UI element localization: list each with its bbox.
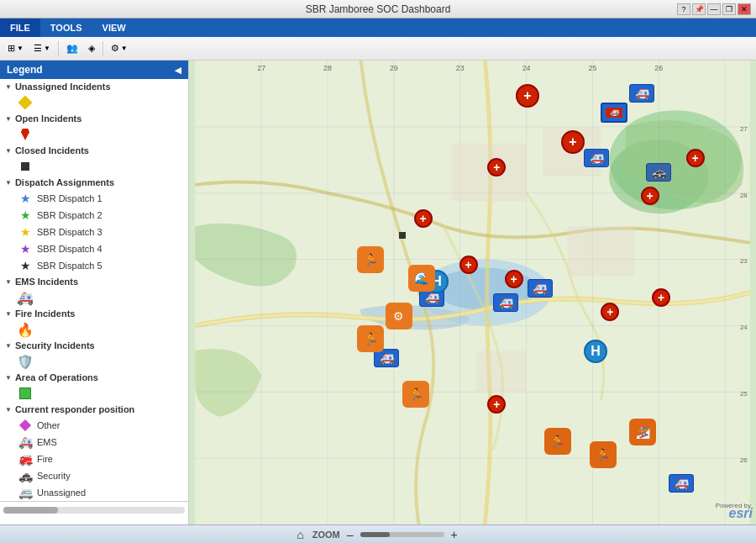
section-dispatch-header[interactable]: ▼ Dispatch Assignments <box>0 175 188 190</box>
security-vehicle-label: Security <box>37 471 71 481</box>
svg-text:27: 27 <box>257 64 265 72</box>
legend-unassigned-item <box>0 94 188 111</box>
ambulance-5[interactable]: 🚑 <box>493 293 520 320</box>
menu-tools[interactable]: TOOLS <box>40 18 92 37</box>
orange-activity-4[interactable]: 🏃 <box>357 325 384 352</box>
menu-view[interactable]: VIEW <box>92 18 136 37</box>
ambulance-1[interactable]: 🚑 <box>601 103 627 129</box>
zoom-label: ZOOM <box>312 530 340 540</box>
triangle-icon: ▼ <box>5 147 12 155</box>
legend-open-item <box>0 126 188 143</box>
security-vehicle-map[interactable]: 🚓 <box>646 163 673 190</box>
security-icon: 🛡️ <box>17 355 34 368</box>
orange-activity-6[interactable]: 🏃 <box>544 428 571 455</box>
sidebar-hscrollbar[interactable] <box>3 507 185 514</box>
zoom-plus-btn[interactable]: + <box>451 528 458 541</box>
pin-btn[interactable]: 📌 <box>692 3 706 15</box>
section-fire-label: Fire Incidents <box>15 308 76 319</box>
users-btn[interactable]: 👥 <box>62 40 82 58</box>
grid-icon: ⊞ <box>8 43 15 54</box>
section-unassigned-incidents: ▼ Unassigned Incidents <box>0 79 188 111</box>
toolbar: ⊞ ▼ ☰ ▼ 👥 ◈ ⚙ ▼ <box>0 37 756 61</box>
med-cross-2[interactable]: + <box>561 130 588 157</box>
app-title: SBR Jamboree SOC Dashboard <box>306 3 451 15</box>
med-cross-8[interactable]: + <box>686 149 713 176</box>
med-cross-9[interactable]: + <box>601 303 627 329</box>
hospital-2[interactable]: H <box>584 340 611 366</box>
help-btn[interactable]: ? <box>677 3 690 15</box>
section-responder-header[interactable]: ▼ Current responder position <box>0 402 188 417</box>
legend-dispatch-1: ★ SBR Dispatch 1 <box>0 190 188 207</box>
triangle-icon: ▼ <box>5 406 12 414</box>
section-ems-header[interactable]: ▼ EMS Incidents <box>0 274 188 289</box>
med-cross-5[interactable]: + <box>459 256 486 282</box>
dispatch-1-icon: ★ <box>17 192 34 205</box>
med-cross-1[interactable]: + <box>516 84 543 111</box>
ems-icon: 🚑 <box>17 291 34 304</box>
med-cross-6[interactable]: + <box>505 270 532 297</box>
orange-activity-3[interactable]: ⚙ <box>386 303 412 329</box>
legend-responder-other: Other <box>0 417 188 434</box>
menu-file[interactable]: FILE <box>0 18 40 37</box>
list-icon: ☰ <box>34 43 42 54</box>
triangle-icon: ▼ <box>5 115 12 123</box>
orange-activity-5[interactable]: 🏃 <box>402 381 429 408</box>
dispatch-2-icon: ★ <box>17 208 34 222</box>
section-aoo-header[interactable]: ▼ Area of Operations <box>0 370 188 385</box>
med-cross-11[interactable]: + <box>487 395 514 422</box>
list-view-btn[interactable]: ☰ ▼ <box>29 40 55 58</box>
window-controls: ? 📌 — ❐ ✕ <box>677 3 751 15</box>
legend-collapse-icon[interactable]: ◀ <box>175 66 181 75</box>
ambulance-2[interactable]: 🚑 <box>629 84 656 111</box>
settings-icon: ⚙ <box>111 43 119 54</box>
section-aoo: ▼ Area of Operations <box>0 370 188 402</box>
orange-activity-8[interactable]: 🏂 <box>629 419 656 445</box>
fire-vehicle-icon: 🚒 <box>17 452 34 466</box>
zoom-slider-thumb <box>360 532 390 537</box>
med-cross-4[interactable]: + <box>414 209 441 236</box>
triangle-icon: ▼ <box>5 374 12 382</box>
dispatch-3-icon: ★ <box>17 225 34 239</box>
section-open-header[interactable]: ▼ Open Incidents <box>0 111 188 126</box>
zoom-minus-btn[interactable]: – <box>347 528 354 541</box>
section-unassigned-header[interactable]: ▼ Unassigned Incidents <box>0 79 188 94</box>
ambulance-8[interactable]: 🚑 <box>669 474 696 501</box>
grid-view-btn[interactable]: ⊞ ▼ <box>3 40 28 58</box>
dispatch-4-label: SBR Dispatch 4 <box>37 244 102 254</box>
copyright-text: Powered by <box>716 502 751 509</box>
sidebar-hscroll-thumb[interactable] <box>3 507 58 514</box>
orange-activity-7[interactable]: 🏃 <box>590 441 617 468</box>
section-fire-header[interactable]: ▼ Fire Incidents <box>0 306 188 321</box>
med-cross-7[interactable]: + <box>641 187 668 214</box>
grid-dropdown-arrow: ▼ <box>17 45 24 52</box>
orange-activity-2[interactable]: 🌊 <box>408 265 435 292</box>
legend-dispatch-2: ★ SBR Dispatch 2 <box>0 207 188 224</box>
section-closed-header[interactable]: ▼ Closed Incidents <box>0 143 188 158</box>
dispatch-5-icon: ★ <box>17 259 34 272</box>
section-security-header[interactable]: ▼ Security Incidents <box>0 338 188 353</box>
dispatch-4-icon: ★ <box>17 242 34 256</box>
other-label: Other <box>37 420 60 430</box>
map-area[interactable]: 27 28 29 23 24 25 26 27 28 23 24 25 26 <box>189 61 756 525</box>
ambulance-7[interactable]: 🚑 <box>374 349 401 376</box>
minimize-btn[interactable]: — <box>707 3 721 15</box>
med-cross-3[interactable]: + <box>487 158 514 185</box>
filter-icon: ◈ <box>88 43 95 54</box>
closed-incident-icon <box>17 160 34 173</box>
svg-text:25: 25 <box>588 64 596 72</box>
svg-text:26: 26 <box>740 456 748 464</box>
map-black-square <box>399 232 406 239</box>
triangle-icon: ▼ <box>5 83 12 91</box>
home-icon[interactable]: ⌂ <box>297 528 303 541</box>
other-icon <box>17 419 34 432</box>
section-responder-label: Current responder position <box>15 404 134 414</box>
med-cross-10[interactable]: + <box>652 288 679 315</box>
svg-text:28: 28 <box>323 64 332 72</box>
settings-btn[interactable]: ⚙ ▼ <box>107 40 132 58</box>
zoom-slider-track[interactable] <box>360 532 444 537</box>
restore-btn[interactable]: ❐ <box>722 3 736 15</box>
filter-btn[interactable]: ◈ <box>84 40 99 58</box>
orange-activity-1[interactable]: 🏃 <box>357 246 384 273</box>
dispatch-3-label: SBR Dispatch 3 <box>37 227 102 237</box>
close-btn[interactable]: ✕ <box>738 3 751 15</box>
